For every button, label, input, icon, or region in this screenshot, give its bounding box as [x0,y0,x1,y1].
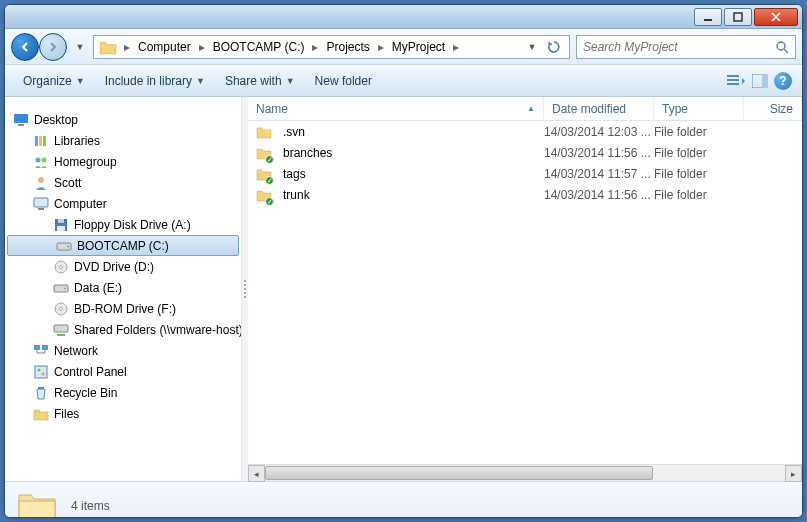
svg-point-14 [42,157,47,162]
file-rows[interactable]: .svn14/03/2014 12:03 ...File folderbranc… [248,121,802,464]
file-name: trunk [283,188,310,202]
share-with-button[interactable]: Share with▼ [217,70,303,92]
file-type: File folder [654,146,744,160]
breadcrumb-computer[interactable]: Computer [134,36,195,58]
scroll-left-button[interactable]: ◂ [248,465,265,482]
tree-label: Homegroup [54,155,117,169]
svg-rect-1 [734,13,742,21]
horizontal-scrollbar[interactable]: ◂ ▸ [248,464,802,481]
tree-label: Libraries [54,134,100,148]
view-options-button[interactable] [726,71,746,91]
svg-rect-32 [35,366,47,378]
tree-desktop[interactable]: Desktop [5,109,241,130]
explorer-window: ▼ ▸ Computer ▸ BOOTCAMP (C:) ▸ Projects … [4,4,803,518]
svg-rect-10 [35,136,38,146]
tree-control-panel[interactable]: Control Panel [5,361,241,382]
navigation-pane[interactable]: Desktop Libraries Homegroup Scott Comput… [5,97,242,481]
refresh-button[interactable] [545,38,563,56]
svg-rect-5 [727,83,739,85]
address-bar[interactable]: ▸ Computer ▸ BOOTCAMP (C:) ▸ Projects ▸ … [93,35,570,59]
forward-button[interactable] [39,33,67,61]
network-drive-icon [53,322,69,338]
minimize-button[interactable] [694,8,722,26]
file-row[interactable]: .svn14/03/2014 12:03 ...File folder [248,121,802,142]
maximize-button[interactable] [724,8,752,26]
close-button[interactable] [754,8,798,26]
nav-history-dropdown[interactable]: ▼ [73,33,87,61]
new-folder-button[interactable]: New folder [307,70,380,92]
back-button[interactable] [11,33,39,61]
column-label: Name [256,102,288,116]
tree-floppy[interactable]: Floppy Disk Drive (A:) [5,214,241,235]
file-row[interactable]: trunk14/03/2014 11:56 ...File folder [248,184,802,205]
tree-label: Scott [54,176,81,190]
breadcrumb-separator-icon[interactable]: ▸ [374,40,388,54]
tree-label: Desktop [34,113,78,127]
breadcrumb-separator-icon[interactable]: ▸ [195,40,209,54]
tree-label: Recycle Bin [54,386,117,400]
svg-point-2 [777,42,785,50]
tree-user[interactable]: Scott [5,172,241,193]
file-row[interactable]: branches14/03/2014 11:56 ...File folder [248,142,802,163]
disc-icon [53,259,69,275]
navigation-bar: ▼ ▸ Computer ▸ BOOTCAMP (C:) ▸ Projects … [5,29,802,65]
tree-bdrom[interactable]: BD-ROM Drive (F:) [5,298,241,319]
breadcrumb-myproject[interactable]: MyProject [388,36,449,58]
svg-point-33 [38,368,41,371]
column-type[interactable]: Type [654,97,744,120]
tree-dvd[interactable]: DVD Drive (D:) [5,256,241,277]
drive-icon [53,280,69,296]
svn-ok-overlay-icon [265,197,274,206]
tree-label: Computer [54,197,107,211]
column-size[interactable]: Size [744,97,802,120]
file-row[interactable]: tags14/03/2014 11:57 ...File folder [248,163,802,184]
folder-icon [33,406,49,422]
scroll-right-button[interactable]: ▸ [785,465,802,482]
file-date: 14/03/2014 11:56 ... [544,188,654,202]
tree-bootcamp[interactable]: BOOTCAMP (C:) [7,235,239,256]
homegroup-icon [33,154,49,170]
details-pane: 4 items [5,481,802,518]
address-dropdown-icon[interactable]: ▼ [523,38,541,56]
svg-rect-35 [38,387,44,389]
tree-files[interactable]: Files [5,403,241,424]
help-button[interactable]: ? [774,72,792,90]
sort-indicator-icon: ▲ [527,104,535,113]
file-name: .svn [283,125,305,139]
tree-recycle-bin[interactable]: Recycle Bin [5,382,241,403]
breadcrumb-projects[interactable]: Projects [322,36,373,58]
breadcrumb-separator-icon[interactable]: ▸ [120,40,134,54]
breadcrumb-separator-icon[interactable]: ▸ [308,40,322,54]
floppy-icon [53,217,69,233]
organize-button[interactable]: Organize▼ [15,70,93,92]
tree-network[interactable]: Network [5,340,241,361]
svg-point-26 [64,287,66,289]
tree-label: Network [54,344,98,358]
disc-icon [53,301,69,317]
include-in-library-button[interactable]: Include in library▼ [97,70,213,92]
tree-shared-folders[interactable]: Shared Folders (\\vmware-host) [5,319,241,340]
breadcrumb-separator-icon[interactable]: ▸ [449,40,463,54]
scroll-thumb[interactable] [265,466,653,480]
column-date[interactable]: Date modified [544,97,654,120]
svg-rect-29 [54,325,68,332]
tree-computer[interactable]: Computer [5,193,241,214]
column-name[interactable]: Name ▲ [248,97,544,120]
file-name: branches [283,146,332,160]
preview-pane-button[interactable] [750,71,770,91]
svg-point-22 [67,245,69,247]
search-input[interactable] [583,40,775,54]
file-date: 14/03/2014 11:56 ... [544,146,654,160]
search-box[interactable] [576,35,796,59]
tree-homegroup[interactable]: Homegroup [5,151,241,172]
tree-data[interactable]: Data (E:) [5,277,241,298]
tree-libraries[interactable]: Libraries [5,130,241,151]
file-list: Name ▲ Date modified Type Size .svn14/03… [248,97,802,481]
breadcrumb-drive[interactable]: BOOTCAMP (C:) [209,36,309,58]
svg-rect-12 [43,136,46,146]
nav-arrows [11,33,67,61]
svn-ok-overlay-icon [265,176,274,185]
svg-point-13 [36,157,41,162]
svg-rect-9 [18,124,24,126]
svg-point-28 [60,307,63,310]
